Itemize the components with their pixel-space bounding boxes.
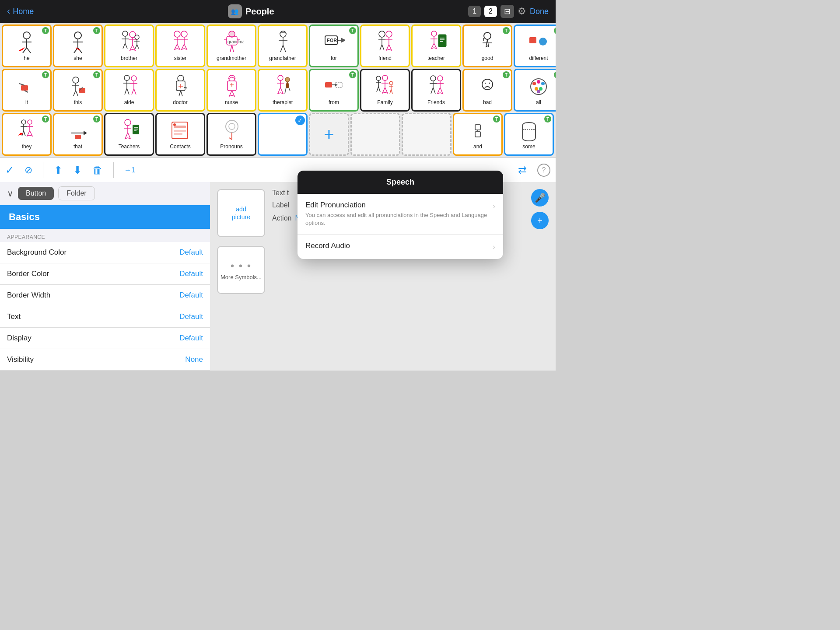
setting-text[interactable]: Text Default <box>0 306 210 328</box>
nav-back[interactable]: ‹ Home <box>7 6 34 17</box>
action-label: Action <box>272 214 291 222</box>
svg-marker-146 <box>84 131 87 135</box>
cell-this[interactable]: T this <box>53 69 103 112</box>
t-badge: T <box>93 71 100 78</box>
cell-from[interactable]: T from <box>309 69 359 112</box>
cell-friends-label: Friends <box>427 99 445 105</box>
panel-dropdown-button[interactable]: ∨ <box>7 188 14 199</box>
svg-point-132 <box>541 82 545 85</box>
cell-for[interactable]: T FOR: for <box>309 24 359 67</box>
edit-pronunciation-item[interactable]: Edit Pronunciation You can access and ed… <box>298 194 503 234</box>
toolbar-import-button[interactable]: ⬆ <box>54 164 63 176</box>
setting-border-width[interactable]: Border Width Default <box>0 285 210 306</box>
record-audio-title: Record Audio <box>305 242 489 250</box>
cell-bad[interactable]: T bad <box>462 69 512 112</box>
record-audio-content: Record Audio <box>305 242 489 252</box>
toolbar-no-button[interactable]: ⊘ <box>24 164 32 176</box>
cell-contacts[interactable]: Contacts <box>155 113 205 156</box>
cell-and[interactable]: T and <box>453 113 503 156</box>
cell-he[interactable]: T he <box>2 24 52 67</box>
svg-line-41 <box>283 45 286 52</box>
selected-category[interactable]: Basics <box>0 205 210 229</box>
cell-teacher-top-label: teacher <box>427 55 445 61</box>
svg-point-113 <box>389 81 393 85</box>
svg-line-121 <box>431 88 433 94</box>
toolbar-trash-button[interactable]: 🗑 <box>92 164 103 176</box>
page-2-button[interactable]: 2 <box>484 6 497 17</box>
svg-line-89 <box>179 91 181 96</box>
svg-line-66 <box>19 84 24 85</box>
setting-text-value: Default <box>179 312 203 321</box>
toolbar-jump-label[interactable]: →1 <box>124 166 135 174</box>
cell-it[interactable]: T it <box>2 69 52 112</box>
cell-nurse-icon <box>218 74 245 98</box>
cell-doctor-label: doctor <box>173 99 187 105</box>
page-1-button[interactable]: 1 <box>468 6 481 17</box>
svg-rect-56 <box>438 35 446 47</box>
cell-and-icon <box>465 119 491 143</box>
cell-friend-icon <box>372 30 398 54</box>
setting-bg-color[interactable]: Background Color Default <box>0 242 210 263</box>
cell-that[interactable]: T that <box>53 113 103 156</box>
cell-this-icon <box>65 74 91 98</box>
svg-point-63 <box>539 38 547 46</box>
cell-friend[interactable]: friend <box>360 24 410 67</box>
microphone-icon-button[interactable]: 🎤 <box>531 189 549 206</box>
cell-good[interactable]: T good <box>462 24 512 67</box>
cell-grandfather[interactable]: grandfather <box>258 24 308 67</box>
nav-title: People <box>245 7 274 17</box>
cell-doctor[interactable]: doctor <box>155 69 205 112</box>
cell-teachers[interactable]: Teachers <box>104 113 154 156</box>
left-settings-panel: ∨ Button Folder Basics APPEARANCE Backgr… <box>0 182 210 371</box>
toolbar-copy-button[interactable]: ⬇ <box>73 164 82 176</box>
cell-pronouns[interactable]: Pronouns <box>206 113 256 156</box>
cell-some[interactable]: T some <box>504 113 554 156</box>
cell-empty-check[interactable]: ✓ <box>258 113 308 156</box>
svg-line-48 <box>380 45 382 50</box>
settings-icon[interactable]: ⚙ <box>518 6 526 17</box>
record-audio-item[interactable]: Record Audio › <box>298 234 503 259</box>
cell-nurse[interactable]: nurse <box>206 69 256 112</box>
layout-icon-button[interactable]: ⊟ <box>500 5 514 18</box>
svg-point-24 <box>174 31 180 37</box>
cell-she[interactable]: T she <box>53 24 103 67</box>
cell-family[interactable]: Family <box>360 69 410 112</box>
cell-aide-icon <box>116 74 142 98</box>
more-symbols-box[interactable]: • • • More Symbols... <box>217 246 265 294</box>
done-button[interactable]: Done <box>530 7 549 16</box>
cell-brother[interactable]: brother <box>104 24 154 67</box>
cell-aide[interactable]: aide <box>104 69 154 112</box>
cell-empty-2 <box>402 113 452 156</box>
cell-add-new[interactable]: + <box>309 113 349 156</box>
svg-line-15 <box>125 43 127 49</box>
folder-type-button[interactable]: Folder <box>58 186 94 200</box>
setting-display[interactable]: Display Default <box>0 328 210 349</box>
svg-rect-147 <box>75 135 81 139</box>
cell-different[interactable]: T different <box>514 24 556 67</box>
appearance-section-label: APPEARANCE <box>0 229 210 242</box>
cell-therapist[interactable]: therapist <box>258 69 308 112</box>
svg-rect-164 <box>475 125 480 130</box>
cell-grandmother[interactable]: grandma grandmother <box>206 24 256 67</box>
toolbar-help-button[interactable]: ? <box>537 164 550 177</box>
svg-line-108 <box>377 87 378 92</box>
cell-friends[interactable]: Friends <box>411 69 461 112</box>
svg-point-160 <box>226 120 238 133</box>
cell-they[interactable]: T they <box>2 113 52 156</box>
add-picture-box[interactable]: add picture <box>217 189 265 237</box>
button-type-button[interactable]: Button <box>18 187 54 200</box>
add-speech-button[interactable]: + <box>531 212 549 229</box>
svg-point-11 <box>122 31 128 36</box>
svg-line-78 <box>125 88 127 94</box>
setting-visibility[interactable]: Visibility None <box>0 349 210 371</box>
cell-all[interactable]: T all <box>514 69 556 112</box>
svg-line-100 <box>289 88 290 91</box>
cell-sister[interactable]: sister <box>155 24 205 67</box>
toolbar-swap-button[interactable]: ⇄ <box>518 164 527 176</box>
setting-border-color[interactable]: Border Color Default <box>0 263 210 285</box>
cell-teacher-top[interactable]: teacher <box>411 24 461 67</box>
back-label: Home <box>13 7 34 16</box>
svg-point-27 <box>181 31 187 37</box>
toolbar-check-button[interactable]: ✓ <box>5 164 14 176</box>
svg-point-67 <box>73 77 79 83</box>
